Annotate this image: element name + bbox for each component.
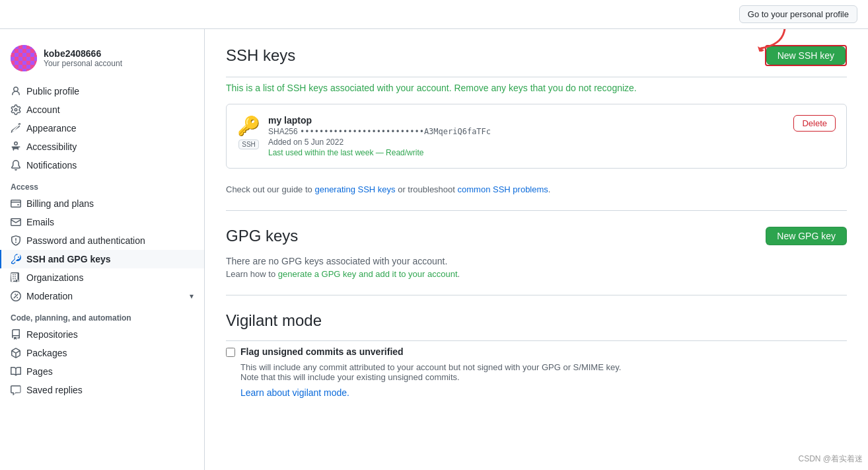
- generate-gpg-key-link[interactable]: generate a GPG key and add it to your ac…: [278, 269, 458, 279]
- shield-icon: [11, 235, 21, 246]
- gpg-learn-text: Learn how to generate a GPG key and add …: [226, 269, 847, 279]
- sha-partial: ••••••••••••••••••••••••••A3MqeriQ6faTFc: [300, 127, 491, 136]
- ssh-guide-text: Check out our guide to generating SSH ke…: [226, 184, 847, 194]
- access-section-label: Access: [0, 175, 204, 194]
- new-ssh-button[interactable]: New SSH key: [766, 46, 846, 65]
- accessibility-icon: [11, 141, 21, 152]
- sidebar-label-packages: Packages: [26, 348, 67, 358]
- common-ssh-problems-link[interactable]: common SSH problems: [458, 184, 548, 194]
- sidebar-label-emails: Emails: [26, 217, 54, 227]
- key-icon-box: 🔑 SSH: [237, 115, 260, 149]
- ssh-info-text: This is a list of SSH keys associated wi…: [226, 83, 847, 93]
- key-info: my laptop SHA256 •••••••••••••••••••••••…: [268, 115, 785, 157]
- vigilant-title: Vigilant mode: [226, 311, 847, 341]
- sidebar-item-ssh-gpg[interactable]: SSH and GPG keys: [0, 250, 204, 268]
- sidebar-label-password-auth: Password and authentication: [26, 235, 145, 246]
- chevron-down-icon: ▾: [190, 292, 194, 301]
- sidebar-item-packages[interactable]: Packages: [0, 344, 204, 362]
- automation-section-label: Code, planning, and automation: [0, 305, 204, 325]
- key-name: my laptop: [268, 115, 785, 126]
- sidebar-label-public-profile: Public profile: [26, 86, 79, 97]
- sidebar-label-billing: Billing and plans: [26, 198, 94, 209]
- reply-icon: [11, 385, 21, 395]
- pages-icon: [11, 366, 21, 377]
- sidebar-item-organizations[interactable]: Organizations: [0, 268, 204, 287]
- generating-ssh-keys-link[interactable]: generating SSH keys: [314, 184, 395, 194]
- sidebar-item-pages[interactable]: Pages: [0, 362, 204, 381]
- key-icon: [11, 254, 21, 264]
- user-profile: kobe2408666 Your personal account: [0, 40, 204, 82]
- repo-icon: [11, 329, 21, 340]
- watermark: CSDN @着实着迷: [798, 453, 863, 465]
- sha-prefix: SHA256: [268, 127, 298, 136]
- new-gpg-button[interactable]: New GPG key: [766, 227, 847, 245]
- sidebar-item-appearance[interactable]: Appearance: [0, 119, 204, 137]
- sidebar-label-ssh-gpg: SSH and GPG keys: [26, 254, 111, 264]
- sidebar-label-saved-replies: Saved replies: [26, 385, 83, 395]
- sidebar-label-pages: Pages: [26, 366, 53, 377]
- sidebar-item-account[interactable]: Account: [0, 100, 204, 119]
- credit-card-icon: [11, 198, 21, 209]
- paintbrush-icon: [11, 123, 21, 134]
- sidebar-nav: Public profile Account Appearance: [0, 82, 204, 399]
- delete-key-button[interactable]: Delete: [793, 115, 836, 132]
- sidebar-label-notifications: Notifications: [26, 160, 77, 171]
- person-icon: [11, 86, 21, 97]
- sidebar: kobe2408666 Your personal account Public…: [0, 29, 205, 470]
- username: kobe2408666: [44, 48, 122, 59]
- vigilant-checkbox-label[interactable]: Flag unsigned commits as unverified: [240, 346, 404, 357]
- bell-icon: [11, 160, 21, 171]
- sidebar-item-notifications[interactable]: Notifications: [0, 156, 204, 175]
- vigilant-checkbox[interactable]: [226, 348, 235, 357]
- key-lock-icon: 🔑: [237, 115, 260, 137]
- org-icon: [11, 272, 21, 283]
- ssh-title: SSH keys: [226, 46, 295, 65]
- sidebar-item-saved-replies[interactable]: Saved replies: [0, 381, 204, 399]
- user-info: kobe2408666 Your personal account: [44, 48, 122, 68]
- sidebar-item-password-auth[interactable]: Password and authentication: [0, 231, 204, 250]
- gear-icon: [11, 104, 21, 115]
- top-bar: Go to your personal profile: [0, 0, 868, 29]
- new-ssh-highlight: New SSH key: [765, 45, 847, 66]
- sidebar-item-public-profile[interactable]: Public profile: [0, 82, 204, 100]
- personal-profile-button[interactable]: Go to your personal profile: [739, 5, 857, 23]
- key-date: Added on 5 Jun 2022: [268, 137, 785, 147]
- vigilant-desc: This will include any commit attributed …: [240, 362, 847, 382]
- sidebar-item-moderation[interactable]: Moderation ▾: [0, 287, 204, 305]
- ssh-badge: SSH: [238, 139, 259, 149]
- package-icon: [11, 348, 21, 358]
- key-sha: SHA256 ••••••••••••••••••••••••••A3Mqeri…: [268, 127, 785, 136]
- sidebar-label-account: Account: [26, 104, 60, 115]
- sidebar-label-repositories: Repositories: [26, 329, 78, 340]
- moderation-icon: [11, 291, 21, 301]
- vigilant-checkbox-row: Flag unsigned commits as unverified: [226, 346, 847, 357]
- sidebar-item-accessibility[interactable]: Accessibility: [0, 137, 204, 156]
- sidebar-label-appearance: Appearance: [26, 123, 77, 134]
- sidebar-label-moderation: Moderation: [26, 291, 73, 301]
- svg-marker-0: [758, 46, 764, 52]
- gpg-no-keys-text: There are no GPG keys associated with yo…: [226, 256, 847, 266]
- key-last-used: Last used within the last week — Read/wr…: [268, 148, 785, 157]
- user-subtitle: Your personal account: [44, 59, 122, 68]
- vigilant-mode-link[interactable]: Learn about vigilant mode.: [240, 387, 349, 398]
- avatar: [11, 45, 37, 71]
- gpg-section-header: GPG keys New GPG key: [226, 227, 847, 245]
- sidebar-item-repositories[interactable]: Repositories: [0, 325, 204, 344]
- section-divider-vigilant: [226, 295, 847, 295]
- ssh-key-card: 🔑 SSH my laptop SHA256 •••••••••••••••••…: [226, 104, 847, 169]
- main-content: SSH keys New SSH key This is a list of S…: [205, 29, 868, 470]
- sidebar-item-billing[interactable]: Billing and plans: [0, 194, 204, 213]
- gpg-title: GPG keys: [226, 227, 298, 245]
- ssh-section-header: SSH keys New SSH key: [226, 45, 847, 77]
- mail-icon: [11, 217, 21, 227]
- sidebar-label-accessibility: Accessibility: [26, 141, 77, 152]
- sidebar-item-emails[interactable]: Emails: [0, 213, 204, 231]
- section-divider-gpg: [226, 210, 847, 211]
- sidebar-label-organizations: Organizations: [26, 272, 83, 283]
